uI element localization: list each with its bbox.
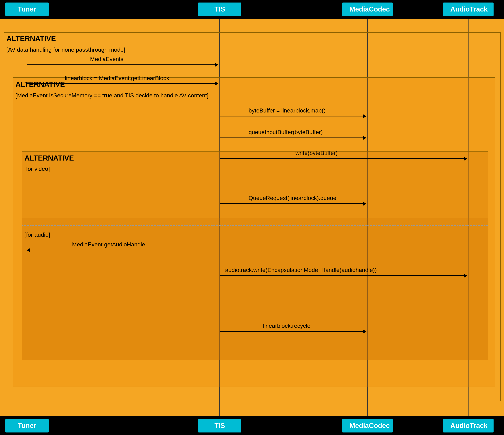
arrow-media-events (27, 64, 218, 65)
alt-condition-1: [AV data handling for none passthrough m… (7, 46, 125, 53)
arrow-linear-block-label: linearblock = MediaEvent.getLinearBlock (65, 75, 169, 81)
arrow-byte-buffer (220, 116, 366, 116)
arrow-linearblock-recycle-label: linearblock.recycle (263, 322, 310, 329)
actor-mediacodec-top: MediaCodec (342, 2, 393, 16)
arrow-queue-request-label: QueueRequest(linearblock).queue (249, 195, 336, 201)
actor-tis-bottom: TIS (198, 419, 241, 433)
actor-mediacodec-bottom: MediaCodec (342, 419, 393, 433)
arrow-write-bytebuffer-label: write(byteBuffer) (295, 150, 338, 157)
dashed-divider (22, 225, 488, 226)
alt-frame-3-audio (22, 218, 488, 360)
arrow-get-audio-handle (27, 250, 218, 250)
arrow-write-bytebuffer (220, 158, 467, 159)
arrow-audiotrack-write-label: audiotrack.write(EncapsulationMode_Handl… (225, 267, 377, 273)
arrow-queue-input (220, 138, 366, 138)
actors-top-bar (0, 0, 504, 19)
arrow-get-audio-handle-label: MediaEvent.getAudioHandle (72, 241, 145, 248)
actor-audiotrack-top: AudioTrack (443, 2, 494, 16)
actor-tis-top: TIS (198, 2, 241, 16)
sequence-diagram: Tuner TIS MediaCodec AudioTrack ALTERNAT… (0, 0, 504, 435)
arrow-linearblock-recycle (220, 331, 366, 332)
actor-audiotrack-bottom: AudioTrack (443, 419, 494, 433)
actor-tuner-top: Tuner (5, 2, 49, 16)
alt-condition-3b: [for audio] (25, 231, 50, 238)
alt-condition-2: [MediaEvent.isSecureMemory == true and T… (16, 92, 208, 99)
actor-tuner-bottom: Tuner (5, 419, 49, 433)
actors-bottom-bar (0, 416, 504, 435)
arrow-queue-input-label: queueInputBuffer(byteBuffer) (249, 129, 323, 136)
alt-condition-3a: [for video] (25, 165, 50, 172)
alt-label-2: ALTERNATIVE (16, 80, 65, 88)
alt-label-3: ALTERNATIVE (25, 154, 74, 162)
arrow-byte-buffer-label: byteBuffer = linearblock.map() (249, 107, 325, 114)
arrow-audiotrack-write (220, 275, 467, 276)
arrow-queue-request (220, 203, 366, 204)
alt-label-1: ALTERNATIVE (7, 35, 56, 43)
arrow-media-events-label: MediaEvents (90, 56, 123, 62)
